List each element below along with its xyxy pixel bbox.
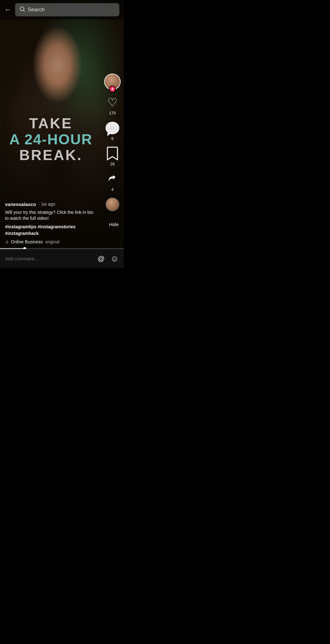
bookmark-count: 26 [110,162,115,166]
hide-button[interactable]: Hide [109,222,119,227]
like-button[interactable]: ♡ [105,96,119,109]
like-action[interactable]: ♡ 170 [105,96,119,115]
time-ago: · 1w ago [38,202,55,207]
search-bar[interactable]: Search [15,3,119,16]
music-avatar [105,197,119,211]
music-note-icon: ♫ [5,239,9,244]
video-container[interactable]: TAKE A 24-HOUR BREAK. + ♡ 170 ··· 6 [0,0,124,268]
overlay-line3: BREAK. [6,147,95,163]
hashtags: #instagramtips #instagramstories #instag… [5,224,94,237]
music-row: ♫ Online Business original [5,239,94,244]
comment-bubble-icon: ··· [105,122,119,134]
bottom-info: vanessalauco · 1w ago Will your try this… [0,202,99,247]
share-button[interactable] [105,172,119,186]
share-count: 4 [111,187,113,192]
video-overlay-text: TAKE A 24-HOUR BREAK. [6,115,95,163]
overlay-line2: A 24-HOUR [6,131,95,147]
bookmark-icon [107,147,118,160]
bookmark-button[interactable] [105,147,119,160]
bottom-icons: @ ☺ [98,254,119,264]
comment-count: 6 [111,136,113,141]
svg-point-0 [20,7,24,11]
like-count: 170 [109,111,116,115]
dots-icon: ··· [110,126,115,130]
username-row: vanessalauco · 1w ago [5,202,94,207]
follow-button[interactable]: + [109,86,116,92]
music-original: original [45,239,60,244]
heart-icon: ♡ [107,97,117,108]
share-icon [106,173,119,185]
right-actions: + ♡ 170 ··· 6 [104,74,121,211]
overlay-line1: TAKE [6,115,95,131]
share-action[interactable]: 4 [105,172,119,192]
creator-avatar-wrap[interactable]: + [104,74,121,90]
comment-action[interactable]: ··· 6 [105,121,119,141]
caption-text: Will your try this strategy? Click the l… [5,209,94,222]
bottom-bar: Add comment... @ ☺ [0,249,124,268]
search-placeholder: Search [28,7,45,13]
comment-input-wrap[interactable]: Add comment... [5,256,94,261]
music-name[interactable]: Online Business [11,239,43,244]
comment-button[interactable]: ··· [105,121,119,135]
username[interactable]: vanessalauco [5,202,36,207]
bookmark-action[interactable]: 26 [105,147,119,166]
back-button[interactable]: ← [4,6,11,14]
music-avatar-action[interactable] [105,197,119,211]
search-icon [20,6,25,13]
top-bar: ← Search [0,0,124,19]
comment-placeholder: Add comment... [5,256,38,261]
emoji-button[interactable]: ☺ [110,254,119,264]
mention-button[interactable]: @ [98,255,105,263]
